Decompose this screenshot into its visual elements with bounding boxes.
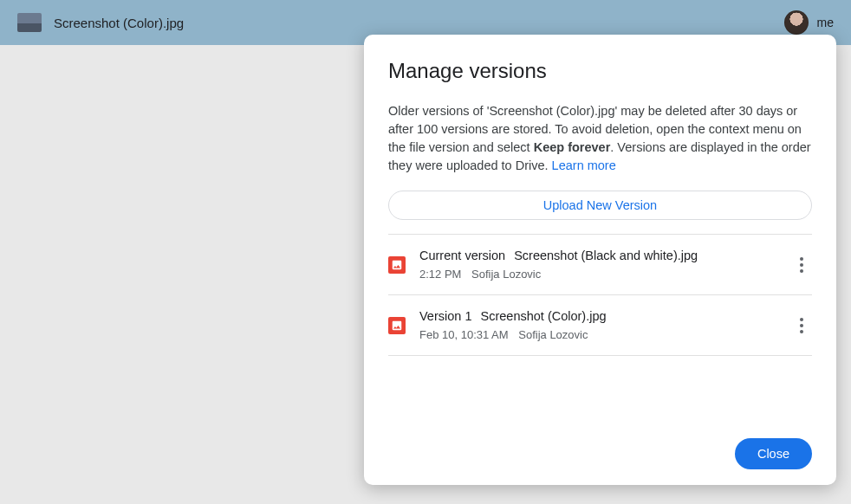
version-title-row: Version 1 Screenshot (Color).jpg <box>419 309 777 323</box>
manage-versions-dialog: Manage versions Older versions of 'Scree… <box>364 35 836 485</box>
image-file-icon <box>388 256 406 274</box>
version-item-1: Version 1 Screenshot (Color).jpg Feb 10,… <box>388 295 812 356</box>
dialog-description: Older versions of 'Screenshot (Color).jp… <box>388 102 812 175</box>
owner-info: me <box>784 10 834 35</box>
owner-label: me <box>817 16 834 29</box>
dialog-footer: Close <box>364 438 836 469</box>
version-time: Feb 10, 10:31 AM <box>419 328 509 341</box>
upload-new-version-button[interactable]: Upload New Version <box>388 191 812 220</box>
version-meta-row: Feb 10, 10:31 AM Sofija Lozovic <box>419 328 777 341</box>
version-title-row: Current version Screenshot (Black and wh… <box>419 249 777 262</box>
avatar[interactable] <box>784 10 809 35</box>
version-info: Version 1 Screenshot (Color).jpg Feb 10,… <box>419 309 777 341</box>
learn-more-link[interactable]: Learn more <box>552 158 616 172</box>
version-info: Current version Screenshot (Black and wh… <box>419 249 777 281</box>
version-filename: Screenshot (Black and white).jpg <box>514 249 698 262</box>
file-info: Screenshot (Color).jpg <box>17 13 184 32</box>
version-author: Sofija Lozovic <box>518 328 588 341</box>
dialog-title: Manage versions <box>388 59 812 83</box>
close-button[interactable]: Close <box>735 438 812 469</box>
version-meta-row: 2:12 PM Sofija Lozovic <box>419 268 777 281</box>
version-filename: Screenshot (Color).jpg <box>481 309 607 323</box>
version-list: Current version Screenshot (Black and wh… <box>388 234 812 356</box>
dialog-header: Manage versions Older versions of 'Scree… <box>364 59 836 191</box>
more-options-icon[interactable] <box>791 315 812 336</box>
version-time: 2:12 PM <box>419 268 461 281</box>
file-title: Screenshot (Color).jpg <box>54 16 184 30</box>
version-label: Current version <box>419 249 505 262</box>
version-author: Sofija Lozovic <box>471 268 541 281</box>
version-label: Version 1 <box>419 309 471 323</box>
more-options-icon[interactable] <box>791 255 812 275</box>
file-thumbnail-icon <box>17 13 42 32</box>
version-item-current: Current version Screenshot (Black and wh… <box>388 235 812 295</box>
description-bold: Keep forever <box>534 140 611 154</box>
image-file-icon <box>388 317 406 334</box>
